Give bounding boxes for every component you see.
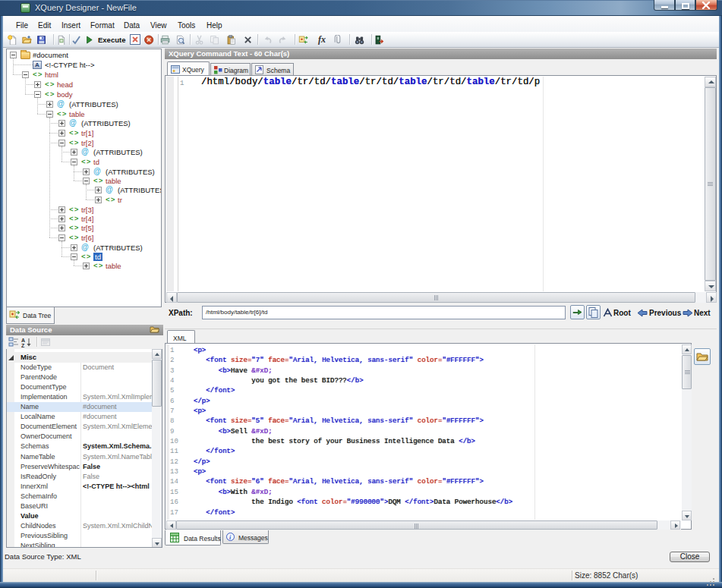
svg-text:A: A	[21, 338, 25, 343]
svg-text:Z: Z	[21, 343, 25, 348]
